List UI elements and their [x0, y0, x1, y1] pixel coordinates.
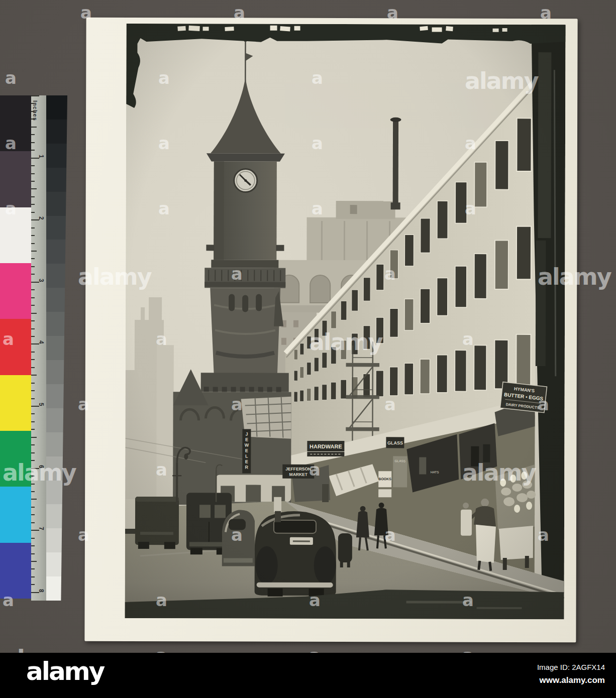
ruler-tick [31, 173, 35, 174]
ruler-tick [31, 336, 35, 337]
ruler-tick [31, 484, 35, 485]
calibration-patch [0, 151, 31, 207]
gray-step [46, 552, 67, 576]
gray-step [46, 384, 67, 408]
image-id-text: Image ID: 2AGFX14 [537, 663, 605, 671]
ruler-tick [31, 452, 35, 453]
gray-step [46, 481, 67, 505]
gray-step [46, 120, 67, 144]
ruler-tick [31, 444, 35, 445]
ruler-tick [31, 476, 35, 477]
ruler-tick [31, 134, 35, 135]
ruler-tick [31, 390, 35, 391]
photo-print-paper: HARDWARE JEFFERSON MARKET JEWELER GLASS [84, 18, 577, 643]
ruler-tick [31, 235, 35, 236]
ruler-tick [31, 103, 35, 104]
ruler-tick [31, 437, 37, 438]
ruler-tick [31, 305, 35, 306]
gray-step [46, 144, 67, 168]
ruler-tick [31, 553, 35, 554]
ruler-tick [31, 545, 35, 546]
gray-step [46, 432, 67, 456]
ruler-tick [31, 227, 35, 228]
gray-step [46, 216, 67, 240]
ruler-tick [31, 274, 35, 275]
calibration-patch [0, 319, 31, 375]
gray-step [46, 576, 67, 601]
ruler-tick [31, 212, 35, 213]
ruler-tick [31, 320, 35, 321]
footer-bar: alamy Image ID: 2AGFX14 www.alamy.com [0, 653, 616, 698]
gray-step [46, 288, 67, 312]
ruler-tick [31, 165, 35, 166]
calibration-patch [0, 207, 31, 263]
ruler-tick [31, 181, 35, 182]
ruler-tick [31, 514, 35, 515]
ruler-tick [31, 460, 35, 461]
gray-step [46, 504, 67, 528]
ruler-tick [31, 383, 35, 384]
street-photograph: HARDWARE JEFFERSON MARKET JEWELER GLASS [125, 24, 565, 619]
ruler-tick [31, 111, 35, 112]
vignette [125, 24, 565, 619]
ruler-tick [31, 127, 37, 128]
ruler-tick [31, 95, 39, 96]
ruler-tick [31, 499, 37, 500]
calibration-patch [0, 95, 31, 151]
calibration-patch [0, 431, 31, 487]
ruler-tick [31, 429, 35, 430]
ruler-tick [31, 196, 35, 197]
gray-step [46, 95, 67, 120]
ruler-tick [31, 576, 35, 577]
ruler-number: 3 [38, 279, 45, 286]
ruler-number: 4 [38, 340, 45, 347]
ruler-tick [31, 367, 35, 368]
gray-step [46, 192, 67, 216]
ruler-tick [31, 289, 35, 290]
a-watermark: a [5, 69, 17, 86]
ruler-tick [31, 561, 37, 562]
ruler-tick [31, 421, 35, 422]
calibration-patch [0, 487, 31, 542]
ruler-tick [31, 150, 35, 151]
ruler-number: 7 [38, 527, 45, 534]
ruler-tick [31, 243, 35, 244]
color-calibration-strip [0, 95, 31, 599]
ruler-tick [31, 522, 35, 523]
ruler-tick [31, 258, 35, 259]
ruler-tick [31, 413, 35, 414]
ruler-number: 8 [38, 589, 45, 596]
ruler-tick [31, 398, 35, 399]
gray-step [46, 168, 67, 192]
inch-ruler: Inches 12345678 [31, 95, 46, 601]
ruler-tick [31, 142, 35, 143]
ruler-number: 1 [38, 155, 45, 162]
ruler-tick [31, 297, 35, 298]
ruler-tick [31, 251, 37, 252]
ruler-number: 2 [38, 216, 45, 223]
ruler-tick [31, 568, 35, 569]
calibration-patch [0, 263, 31, 319]
ruler-tick [31, 188, 37, 189]
ruler-tick [31, 266, 35, 267]
ruler-tick [31, 375, 37, 376]
ruler-tick [31, 359, 35, 360]
gray-step [46, 456, 67, 481]
ruler-number: 5 [38, 403, 45, 410]
gray-step [46, 240, 67, 264]
ruler-tick [31, 584, 35, 585]
gray-step [46, 336, 67, 360]
alamy-logo: alamy [26, 659, 104, 684]
ruler-tick [31, 119, 35, 120]
gray-step [46, 360, 67, 384]
calibration-patch [0, 375, 31, 431]
ruler-tick [31, 538, 35, 539]
ruler-tick [31, 313, 37, 314]
ruler-tick [31, 491, 35, 492]
alamy-stock-photo-page: Inches 12345678 [0, 0, 616, 698]
alamy-url: www.alamy.com [540, 675, 605, 685]
gray-step [46, 312, 67, 336]
ruler-tick [31, 507, 35, 508]
gray-step [46, 528, 67, 552]
grayscale-wedge [46, 95, 67, 601]
